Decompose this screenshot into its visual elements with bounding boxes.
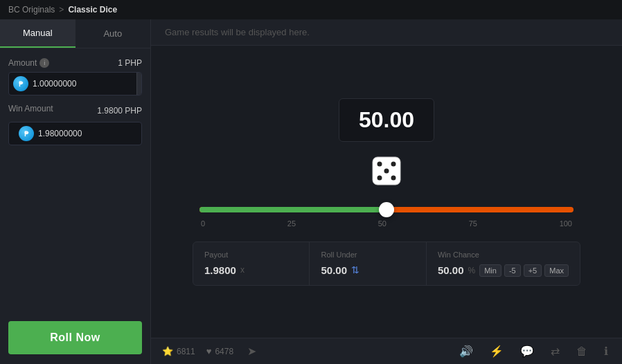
- tab-auto[interactable]: Auto: [75, 19, 151, 48]
- amount-currency: 1 PHP: [118, 58, 142, 68]
- slider-label-50: 50: [378, 219, 386, 228]
- slider-section: 0 25 50 75 100: [193, 207, 580, 228]
- status-hearts: ♥ 6478: [206, 346, 233, 356]
- arrows-icon[interactable]: ⇄: [548, 342, 562, 361]
- star-icon: ⭐: [162, 346, 173, 356]
- win-amount-field-row: Win Amount 1.9800 PHP: [8, 104, 142, 118]
- breadcrumb: BC Originals > Classic Dice: [0, 0, 622, 19]
- right-panel: Game results will be displayed here. 50.…: [151, 19, 622, 364]
- volume-icon[interactable]: 🔊: [456, 342, 476, 361]
- svg-point-5: [391, 175, 396, 180]
- stat-payout: Payout 1.9800 x: [193, 242, 310, 285]
- left-panel: Manual Auto Amount i 1 PHP ₱ /2 x2 ▲ ▼: [0, 19, 151, 364]
- svg-point-1: [377, 161, 382, 166]
- roll-under-label: Roll Under: [321, 251, 414, 259]
- roll-under-value: 50.00: [321, 264, 347, 276]
- amount-info-icon[interactable]: i: [39, 58, 49, 68]
- stat-roll-under: Roll Under 50.00 ⇅: [310, 242, 426, 285]
- slider-thumb[interactable]: [379, 202, 394, 217]
- win-chance-min-btn[interactable]: Min: [479, 264, 501, 277]
- amount-field-row: Amount i 1 PHP: [8, 58, 142, 68]
- slider-label-75: 75: [469, 219, 477, 228]
- trash-icon[interactable]: 🗑: [574, 343, 590, 361]
- stars-count: 6811: [177, 347, 195, 356]
- heart-icon: ♥: [206, 346, 212, 356]
- slider-labels: 0 25 50 75 100: [199, 219, 574, 228]
- win-chance-plus-btn[interactable]: +5: [524, 264, 542, 277]
- payout-value: 1.9800: [204, 264, 236, 276]
- svg-point-3: [384, 168, 389, 173]
- svg-point-4: [377, 175, 382, 180]
- slider-label-0: 0: [201, 219, 205, 228]
- win-chance-controls: Min -5 +5 Max: [479, 264, 569, 277]
- status-bar: ⭐ 6811 ♥ 6478 ➤ 🔊 ⚡ 💬 ⇄ 🗑 ℹ: [151, 338, 622, 364]
- tab-bar: Manual Auto: [0, 19, 150, 48]
- breadcrumb-separator: >: [59, 5, 64, 15]
- win-amount-currency: 1.9800 PHP: [97, 106, 142, 116]
- win-chance-value-row: 50.00 % Min -5 +5 Max: [438, 264, 569, 277]
- slider-label-100: 100: [560, 219, 572, 228]
- breadcrumb-current: Classic Dice: [68, 5, 117, 15]
- bolt-icon[interactable]: ⚡: [487, 342, 506, 361]
- amount-input[interactable]: [33, 79, 136, 89]
- stat-win-chance: Win Chance 50.00 % Min -5 +5 Max: [427, 242, 580, 285]
- results-bar: Game results will be displayed here.: [151, 19, 622, 46]
- slider-fill: [199, 207, 386, 212]
- slider-track[interactable]: [199, 207, 574, 212]
- win-coin-icon: ₱: [19, 126, 34, 141]
- win-chance-value: 50.00: [438, 264, 464, 276]
- roll-under-swap-icon[interactable]: ⇅: [351, 264, 359, 275]
- send-icon[interactable]: ➤: [245, 342, 259, 361]
- half-button[interactable]: /2: [136, 73, 142, 95]
- payout-unit: x: [240, 265, 245, 275]
- dice-value-box: 50.00: [339, 98, 434, 142]
- dice-icon: [370, 154, 403, 188]
- chat-icon[interactable]: 💬: [517, 342, 537, 361]
- svg-point-2: [391, 161, 396, 166]
- slider-label-25: 25: [287, 219, 296, 228]
- amount-label: Amount i: [8, 58, 49, 68]
- coin-icon: ₱: [13, 76, 28, 91]
- payout-label: Payout: [204, 251, 298, 259]
- win-amount-label: Win Amount: [8, 104, 53, 113]
- results-text: Game results will be displayed here.: [165, 27, 310, 37]
- win-chance-minus-btn[interactable]: -5: [504, 264, 521, 277]
- stats-section: Payout 1.9800 x Roll Under 50.00 ⇅: [193, 242, 580, 286]
- hearts-count: 6478: [215, 347, 233, 356]
- status-stars: ⭐ 6811: [162, 346, 195, 356]
- game-area: 50.00 0 25 50: [151, 46, 622, 338]
- roll-under-value-row: 50.00 ⇅: [321, 264, 414, 276]
- roll-button[interactable]: Roll Now: [8, 321, 142, 354]
- payout-value-row: 1.9800 x: [204, 264, 298, 276]
- panel-content: Amount i 1 PHP ₱ /2 x2 ▲ ▼ Win Amount 1.…: [0, 48, 150, 364]
- win-amount-text: 1.98000000: [38, 129, 136, 138]
- win-chance-label: Win Chance: [438, 251, 569, 259]
- amount-input-row: ₱ /2 x2 ▲ ▼: [8, 72, 142, 95]
- tab-manual[interactable]: Manual: [0, 19, 75, 48]
- win-amount-input-row: ₱ 1.98000000: [8, 122, 142, 145]
- info-icon[interactable]: ℹ: [601, 342, 611, 361]
- win-chance-unit: %: [468, 266, 475, 275]
- main-layout: Manual Auto Amount i 1 PHP ₱ /2 x2 ▲ ▼: [0, 19, 622, 364]
- breadcrumb-parent[interactable]: BC Originals: [8, 5, 55, 15]
- win-chance-max-btn[interactable]: Max: [544, 264, 569, 277]
- stats-row: Payout 1.9800 x Roll Under 50.00 ⇅: [193, 242, 580, 286]
